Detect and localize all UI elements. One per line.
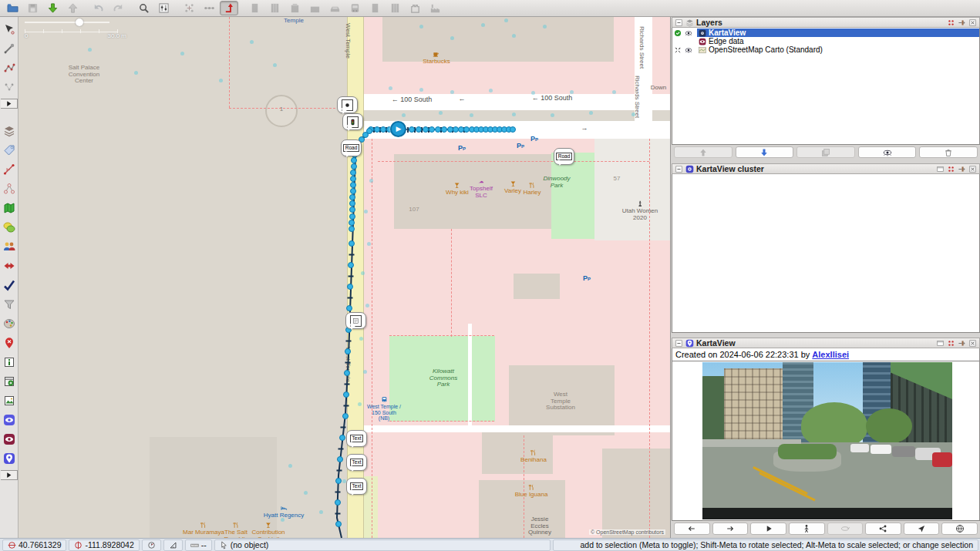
map-marker-text[interactable]: Text: [346, 430, 367, 447]
photo-dot[interactable]: [346, 305, 352, 311]
move-layer-down-button[interactable]: [736, 146, 794, 158]
layer-row-openstreetmap-carto-standard-[interactable]: OpenStreetMap Carto (Standard): [672, 45, 979, 54]
follow-location-button[interactable]: [904, 522, 940, 535]
map-tool[interactable]: [2, 200, 17, 216]
photo-dot[interactable]: [343, 391, 349, 398]
photo-dot[interactable]: [423, 126, 429, 133]
photo-dot[interactable]: [374, 126, 380, 133]
filter-tool[interactable]: [2, 297, 17, 312]
pin-icon[interactable]: [958, 18, 966, 27]
photo-dot[interactable]: [344, 370, 350, 376]
window-icon[interactable]: [936, 165, 945, 173]
zoom-slider-knob[interactable]: [76, 18, 83, 26]
map-marker-dot[interactable]: [337, 96, 358, 113]
photo-dot[interactable]: [435, 126, 441, 133]
active-layer-icon[interactable]: [674, 29, 685, 37]
kartaview-layer-toggle[interactable]: [2, 412, 17, 428]
pin-icon[interactable]: [958, 339, 966, 348]
photo-dot[interactable]: [350, 176, 356, 182]
sticky-icon[interactable]: [947, 18, 955, 27]
building-tool-3[interactable]: [285, 1, 304, 15]
map-marker-signal[interactable]: [342, 113, 363, 130]
preferences-button[interactable]: [154, 1, 173, 15]
map-marker-road[interactable]: Road: [341, 139, 362, 156]
map-marker-road[interactable]: Road: [554, 148, 574, 165]
photo-dot[interactable]: [339, 435, 345, 441]
draw-nodes-tool[interactable]: [2, 41, 17, 56]
map-styles-tool[interactable]: [2, 316, 17, 331]
close-icon[interactable]: [968, 165, 977, 173]
kartaview-panel-toggle[interactable]: [2, 451, 17, 466]
photo-dot[interactable]: [416, 126, 422, 133]
castle-tool[interactable]: [406, 1, 424, 15]
rotate-360-button[interactable]: [827, 522, 864, 535]
photo-dot[interactable]: [350, 170, 356, 176]
sticky-icon[interactable]: [947, 165, 955, 173]
layer-row-edge-data[interactable]: Edge data: [672, 37, 979, 45]
distribute-nodes-button[interactable]: [200, 1, 218, 15]
photo-dot[interactable]: [349, 200, 355, 207]
open-file-button[interactable]: [3, 1, 22, 15]
draw-way-tool[interactable]: [2, 60, 17, 76]
sticky-icon[interactable]: [947, 339, 955, 348]
play-sequence-button[interactable]: [750, 522, 786, 535]
expand-tools-button[interactable]: [1, 99, 18, 109]
authors-tool[interactable]: [2, 239, 17, 254]
expand-more-button[interactable]: [1, 470, 18, 480]
extrude-tool-button[interactable]: [220, 1, 238, 15]
photo-dot[interactable]: [349, 226, 355, 232]
move-layer-up-button[interactable]: [674, 146, 732, 158]
tags-tool[interactable]: [2, 143, 17, 158]
building-tool-1[interactable]: [245, 1, 264, 15]
building-tool-4[interactable]: [305, 1, 324, 15]
map-marker-text[interactable]: Text: [346, 478, 367, 495]
photo-dot[interactable]: [348, 262, 354, 268]
industry-tool[interactable]: [426, 1, 444, 15]
photo-dot[interactable]: [351, 163, 357, 170]
improve-accuracy-tool[interactable]: [2, 79, 17, 95]
photo-dot[interactable]: [349, 213, 355, 220]
collapse-icon[interactable]: [675, 165, 683, 173]
changeset-tool[interactable]: [2, 374, 17, 389]
layer-visibility-toggle[interactable]: [685, 29, 697, 37]
select-tool[interactable]: [2, 22, 17, 37]
layer-row-kartaview[interactable]: KartaView: [672, 29, 979, 37]
collapse-icon[interactable]: [675, 339, 683, 348]
street-photo[interactable]: [702, 362, 952, 519]
save-button[interactable]: [23, 1, 42, 15]
map-marker-sign[interactable]: [345, 312, 366, 329]
photo-dot[interactable]: [335, 499, 341, 506]
notes-tool[interactable]: [2, 220, 17, 235]
duplicate-layer-button[interactable]: [796, 146, 855, 158]
close-icon[interactable]: [968, 339, 977, 348]
photo-dot[interactable]: [350, 182, 356, 188]
pin-icon[interactable]: [958, 165, 966, 173]
mappaint-layers-tool[interactable]: [2, 123, 17, 139]
upload-data-button[interactable]: [63, 1, 82, 15]
photo-dot[interactable]: [349, 207, 355, 213]
photo-dot[interactable]: [351, 157, 357, 163]
native-scale-icon[interactable]: [674, 45, 685, 54]
open-web-button[interactable]: [941, 522, 978, 535]
search-button[interactable]: [134, 1, 153, 15]
zoom-slider[interactable]: [25, 22, 109, 23]
photo-dot[interactable]: [335, 478, 342, 484]
next-photo-button[interactable]: [712, 522, 749, 535]
layer-visibility-toggle[interactable]: [685, 45, 697, 54]
validator-tool[interactable]: [2, 277, 17, 293]
photo-dot[interactable]: [510, 126, 516, 133]
previous-photo-button[interactable]: [674, 522, 710, 535]
info-tool[interactable]: [2, 354, 17, 370]
edge-data-toggle[interactable]: [2, 432, 17, 447]
photo-dot[interactable]: [349, 194, 355, 200]
building-tool-2[interactable]: [265, 1, 284, 15]
vehicle-tool-2[interactable]: [345, 1, 364, 15]
photo-dot[interactable]: [349, 240, 355, 247]
window-icon[interactable]: [936, 339, 945, 348]
photo-dot[interactable]: [335, 521, 342, 527]
merge-nodes-button[interactable]: [180, 1, 198, 15]
close-icon[interactable]: [968, 18, 977, 27]
switch-photo-format-button[interactable]: [789, 522, 825, 535]
redo-button[interactable]: [109, 1, 127, 15]
vehicle-tool-1[interactable]: [325, 1, 344, 15]
